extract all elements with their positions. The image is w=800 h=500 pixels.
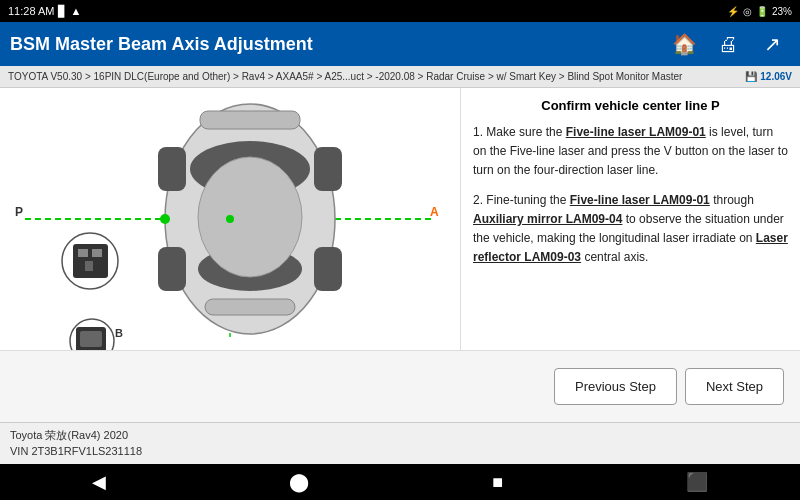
status-bar: 11:28 AM ▊ ▲ ⚡ ◎ 🔋 23% (0, 0, 800, 22)
battery-icon: 🔋 (756, 6, 768, 17)
next-step-button[interactable]: Next Step (685, 368, 784, 405)
bottom-action-bar: Previous Step Next Step (0, 350, 800, 422)
svg-rect-19 (92, 249, 102, 257)
vehicle-vin: VIN 2T3B1RFV1LS231118 (10, 444, 142, 459)
svg-rect-13 (158, 247, 186, 291)
vehicle-name: Toyota 荣放(Rav4) 2020 (10, 428, 142, 443)
sd-card-icon: 💾 (745, 71, 757, 82)
gps-icon: ◎ (743, 6, 752, 17)
svg-point-15 (160, 214, 170, 224)
footer-vehicle-info: Toyota 荣放(Rav4) 2020 VIN 2T3B1RFV1LS2311… (10, 428, 142, 459)
prev-step-button[interactable]: Previous Step (554, 368, 677, 405)
header-actions: 🏠 🖨 ↗ (666, 26, 790, 62)
svg-rect-12 (314, 147, 342, 191)
battery-pct: 23% (772, 6, 792, 17)
status-bar-left: 11:28 AM ▊ ▲ (8, 5, 81, 18)
page-title: BSM Master Beam Axis Adjustment (10, 34, 313, 55)
vehicle-svg: P A B (10, 88, 450, 350)
home-nav-button[interactable]: ⬤ (269, 467, 329, 497)
svg-point-8 (198, 157, 302, 277)
home-button[interactable]: 🏠 (666, 26, 702, 62)
wifi-icon: ▲ (70, 5, 81, 17)
breadcrumb: TOYOTA V50.30 > 16PIN DLC(Europe and Oth… (0, 66, 800, 88)
svg-text:B: B (115, 327, 123, 339)
signal-icon: ▊ (58, 5, 66, 18)
instruction-body: 1. Make sure the Five-line laser LAM09-0… (473, 123, 788, 267)
car-area: P A B (10, 88, 450, 350)
step1-text: 1. Make sure the Five-line laser LAM09-0… (473, 123, 788, 181)
android-nav-bar: ◀ ⬤ ■ ⬛ (0, 464, 800, 500)
app-header: BSM Master Beam Axis Adjustment 🏠 🖨 ↗ (0, 22, 800, 66)
svg-rect-20 (85, 261, 93, 271)
footer: Toyota 荣放(Rav4) 2020 VIN 2T3B1RFV1LS2311… (0, 422, 800, 464)
instruction-panel: Confirm vehicle center line P 1. Make su… (460, 88, 800, 350)
svg-rect-23 (80, 331, 102, 347)
breadcrumb-version: 💾 12.06V (745, 71, 792, 82)
instruction-title: Confirm vehicle center line P (473, 98, 788, 113)
time: 11:28 AM (8, 5, 54, 17)
svg-rect-18 (78, 249, 88, 257)
step2-text: 2. Fine-tuning the Five-line laser LAM09… (473, 191, 788, 268)
breadcrumb-path: TOYOTA V50.30 > 16PIN DLC(Europe and Oth… (8, 71, 682, 82)
svg-rect-10 (205, 299, 295, 315)
back-button[interactable]: ◀ (72, 467, 126, 497)
vehicle-diagram-panel: P A B (0, 88, 460, 350)
svg-point-24 (226, 215, 234, 223)
svg-rect-9 (200, 111, 300, 129)
screenshot-button[interactable]: ⬛ (666, 467, 728, 497)
exit-button[interactable]: ↗ (754, 26, 790, 62)
svg-rect-11 (158, 147, 186, 191)
svg-rect-14 (314, 247, 342, 291)
print-button[interactable]: 🖨 (710, 26, 746, 62)
recents-button[interactable]: ■ (472, 468, 523, 497)
bluetooth-icon: ⚡ (727, 6, 739, 17)
main-content: P A B (0, 88, 800, 350)
svg-text:P: P (15, 205, 23, 219)
svg-text:A: A (430, 205, 439, 219)
status-bar-right: ⚡ ◎ 🔋 23% (727, 6, 792, 17)
